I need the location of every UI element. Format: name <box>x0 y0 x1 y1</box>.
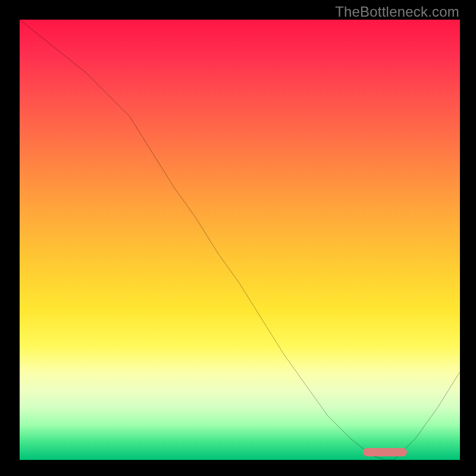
plot-area <box>20 20 460 460</box>
optimal-range-marker <box>363 448 407 456</box>
bottleneck-curve <box>20 20 460 460</box>
curve-polyline <box>20 20 460 460</box>
watermark-text: TheBottleneck.com <box>335 4 459 20</box>
chart-frame: TheBottleneck.com <box>0 0 476 476</box>
